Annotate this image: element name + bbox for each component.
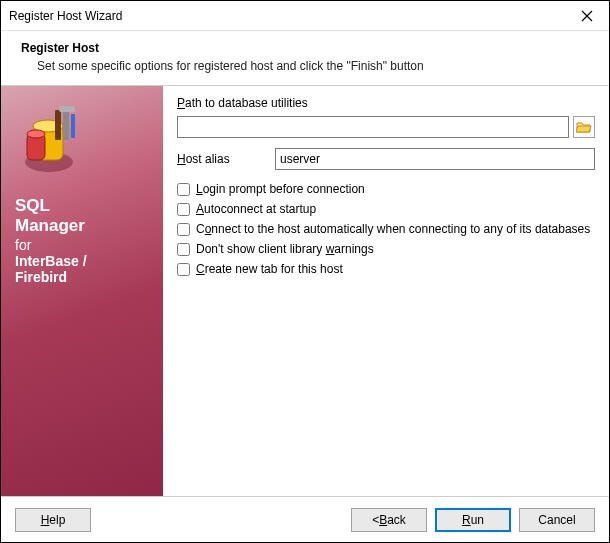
option-checkbox-1[interactable]: [177, 203, 190, 216]
help-label: elp: [49, 513, 65, 527]
window-title: Register Host Wizard: [9, 9, 565, 23]
wizard-window: Register Host Wizard Register Host Set s…: [0, 0, 610, 543]
page-title: Register Host: [21, 41, 595, 55]
options-group: Login prompt before connectionAutoconnec…: [177, 182, 595, 276]
alias-label: Host alias: [177, 152, 265, 166]
path-row: [177, 116, 595, 138]
option-checkbox-4[interactable]: [177, 263, 190, 276]
brand-line1: SQL: [15, 196, 50, 215]
back-button[interactable]: < Back: [351, 508, 427, 532]
option-checkbox-2[interactable]: [177, 223, 190, 236]
svg-rect-8: [59, 106, 75, 112]
option-check-0[interactable]: Login prompt before connection: [177, 182, 595, 196]
option-label-1: Autoconnect at startup: [196, 202, 316, 216]
help-button[interactable]: Help: [15, 508, 91, 532]
brand-line2: Manager: [15, 216, 85, 235]
path-label: Path to database utilities: [177, 96, 308, 110]
svg-rect-5: [55, 110, 61, 140]
option-checkbox-0[interactable]: [177, 183, 190, 196]
page-subtitle: Set some specific options for registered…: [37, 59, 595, 73]
cancel-button[interactable]: Cancel: [519, 508, 595, 532]
close-icon: [581, 10, 593, 22]
product-icon: [15, 100, 93, 178]
brand-text: SQL Manager for InterBase / Firebird: [15, 196, 149, 285]
option-label-4: Create new tab for this host: [196, 262, 343, 276]
option-label-2: Connect to the host automatically when c…: [196, 222, 590, 236]
brand-sidebar: SQL Manager for InterBase / Firebird: [1, 86, 163, 496]
option-check-4[interactable]: Create new tab for this host: [177, 262, 595, 276]
option-check-3[interactable]: Don't show client library warnings: [177, 242, 595, 256]
titlebar: Register Host Wizard: [1, 1, 609, 31]
browse-button[interactable]: [573, 116, 595, 138]
brand-line4: InterBase /: [15, 253, 149, 269]
run-button[interactable]: Run: [435, 508, 511, 532]
option-check-2[interactable]: Connect to the host automatically when c…: [177, 222, 595, 236]
option-check-1[interactable]: Autoconnect at startup: [177, 202, 595, 216]
path-label-row: Path to database utilities: [177, 96, 595, 110]
wizard-footer: Help < Back Run Cancel: [1, 496, 609, 542]
brand-line3: for: [15, 237, 149, 253]
brand-line5: Firebird: [15, 269, 149, 285]
wizard-body: SQL Manager for InterBase / Firebird Pat…: [1, 86, 609, 496]
alias-row: Host alias: [177, 148, 595, 170]
svg-point-4: [27, 130, 45, 138]
form-content: Path to database utilities Host alias Lo…: [163, 86, 609, 496]
close-button[interactable]: [565, 1, 609, 31]
option-label-0: Login prompt before connection: [196, 182, 365, 196]
folder-open-icon: [576, 120, 592, 134]
option-checkbox-3[interactable]: [177, 243, 190, 256]
option-label-3: Don't show client library warnings: [196, 242, 374, 256]
wizard-header: Register Host Set some specific options …: [1, 31, 609, 86]
alias-input[interactable]: [275, 148, 595, 170]
svg-rect-7: [71, 114, 75, 138]
path-input[interactable]: [177, 116, 569, 138]
